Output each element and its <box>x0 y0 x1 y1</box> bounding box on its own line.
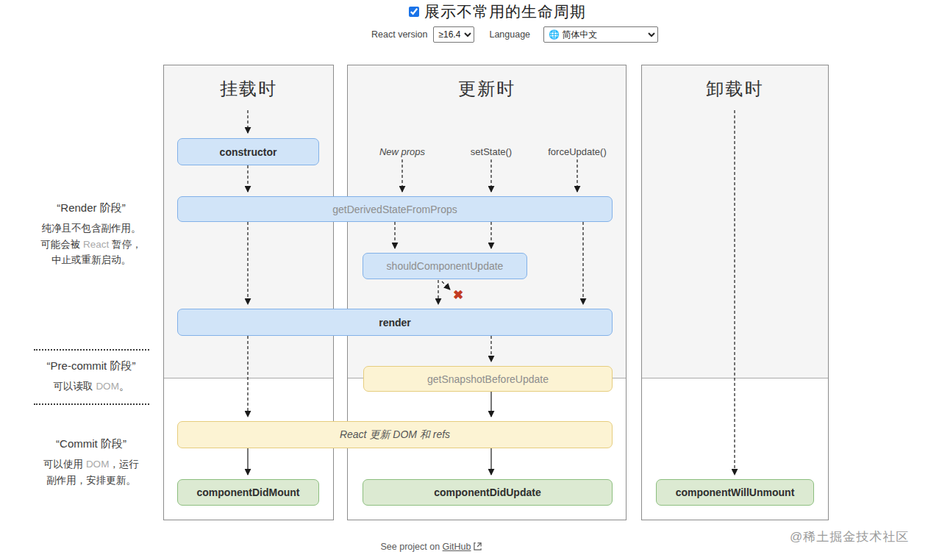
trigger-new-props: New props <box>362 146 443 157</box>
unmounting-column-title: 卸载时 <box>642 77 828 101</box>
github-link[interactable]: GitHub <box>443 542 471 552</box>
unmounting-column: 卸载时 <box>641 65 829 520</box>
commit-phase-title: “Commit 阶段” <box>16 437 166 451</box>
updating-column: 更新时 <box>347 65 627 520</box>
controls-row: React version ≥16.4 Language 🌐 简体中文 <box>371 26 658 43</box>
phase-separator-top <box>34 349 149 351</box>
mounting-column: 挂载时 <box>163 65 334 520</box>
react-version-label: React version <box>371 29 427 40</box>
commit-phase-lines: 可以使用 DOM，运行副作用，安排更新。 <box>16 456 166 488</box>
trigger-force-update: forceUpdate() <box>537 146 618 157</box>
precommit-phase-note: “Pre-commit 阶段” 可以读取 DOM。 <box>16 359 166 395</box>
title-row: 展示不常用的生命周期 <box>409 1 586 22</box>
updating-column-title: 更新时 <box>348 77 626 101</box>
page-title: 展示不常用的生命周期 <box>424 1 586 22</box>
footer-text: See project on <box>381 542 440 552</box>
watermark: @稀土掘金技术社区 <box>790 528 909 545</box>
trigger-set-state: setState() <box>451 146 532 157</box>
react-updates-dom-box: React 更新 DOM 和 refs <box>177 421 613 448</box>
commit-phase-note: “Commit 阶段” 可以使用 DOM，运行副作用，安排更新。 <box>16 437 166 488</box>
phase-separator-bottom <box>34 403 149 405</box>
mounting-column-title: 挂载时 <box>164 77 333 101</box>
render-phase-lines: 纯净且不包含副作用。可能会被 React 暂停，中止或重新启动。 <box>16 220 166 268</box>
component-did-mount-box[interactable]: componentDidMount <box>177 479 319 506</box>
render-box[interactable]: render <box>177 309 613 336</box>
constructor-box[interactable]: constructor <box>177 138 319 165</box>
language-select[interactable]: 🌐 简体中文 <box>543 26 658 43</box>
precommit-phase-lines: 可以读取 DOM。 <box>16 378 166 395</box>
external-link-icon <box>474 542 482 553</box>
get-snapshot-before-update-box[interactable]: getSnapshotBeforeUpdate <box>363 366 613 392</box>
lifecycle-diagram-page: 展示不常用的生命周期 React version ≥16.4 Language … <box>0 0 928 560</box>
render-phase-band <box>642 65 828 378</box>
react-version-select[interactable]: ≥16.4 <box>433 26 474 43</box>
footer: See project on GitHub <box>321 542 541 553</box>
render-phase-note: “Render 阶段” 纯净且不包含副作用。可能会被 React 暂停，中止或重… <box>16 201 166 268</box>
precommit-phase-title: “Pre-commit 阶段” <box>16 359 166 373</box>
show-uncommon-checkbox[interactable] <box>409 7 419 17</box>
render-phase-title: “Render 阶段” <box>16 201 166 215</box>
component-did-update-box[interactable]: componentDidUpdate <box>363 479 613 506</box>
should-component-update-box[interactable]: shouldComponentUpdate <box>363 253 527 279</box>
language-label: Language <box>489 29 530 40</box>
component-will-unmount-box[interactable]: componentWillUnmount <box>656 479 814 506</box>
get-derived-state-from-props-box[interactable]: getDerivedStateFromProps <box>177 196 613 222</box>
